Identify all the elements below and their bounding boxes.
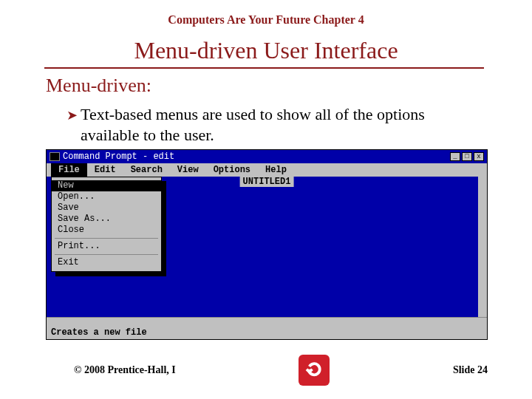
minimize-button[interactable]: _ — [450, 152, 460, 161]
window-title-text: Command Prompt - edit — [63, 151, 174, 162]
menu-view[interactable]: View — [170, 163, 206, 177]
menuitem-new[interactable]: New — [52, 180, 161, 191]
vertical-scrollbar[interactable] — [478, 177, 487, 317]
cmd-app-icon — [50, 152, 60, 161]
slide-number: Slide 24 — [453, 364, 488, 376]
file-dropdown: New Open... Save Save As... Close Print.… — [51, 177, 162, 272]
menu-separator — [55, 254, 158, 255]
horizontal-scrollbar[interactable] — [47, 317, 487, 326]
menuitem-saveas[interactable]: Save As... — [52, 214, 161, 225]
bullet-item: ➤ Text-based menus are used to show all … — [66, 104, 480, 145]
bullet-arrow-icon: ➤ — [66, 107, 78, 123]
editor-body: UNTITLED1 New Open... Save Save As... Cl… — [47, 177, 487, 317]
menu-separator — [55, 238, 158, 239]
book-title: Computers Are Your Future Chapter 4 — [0, 0, 532, 27]
return-icon[interactable] — [299, 355, 330, 386]
menu-edit[interactable]: Edit — [87, 163, 123, 177]
menuitem-close[interactable]: Close — [52, 225, 161, 236]
menuitem-open[interactable]: Open... — [52, 191, 161, 202]
section-subhead: Menu-driven: — [46, 75, 532, 97]
menu-options[interactable]: Options — [206, 163, 258, 177]
menuitem-save[interactable]: Save — [52, 202, 161, 214]
menu-file[interactable]: File — [51, 163, 87, 177]
maximize-button[interactable]: □ — [462, 152, 472, 161]
slide-title: Menu-driven User Interface — [0, 37, 532, 64]
menu-help[interactable]: Help — [258, 163, 294, 177]
bullet-text: Text-based menus are used to show all of… — [81, 104, 480, 145]
menu-search[interactable]: Search — [123, 163, 170, 177]
document-name: UNTITLED1 — [240, 177, 294, 187]
close-button[interactable]: x — [474, 152, 484, 161]
menuitem-exit[interactable]: Exit — [52, 257, 161, 268]
command-prompt-window: Command Prompt - edit _ □ x File Edit Se… — [46, 149, 488, 340]
window-titlebar[interactable]: Command Prompt - edit _ □ x — [47, 150, 487, 163]
slide-footer: © 2008 Prentice-Hall, I Slide 24 — [0, 355, 532, 386]
title-underline — [44, 67, 484, 69]
menubar: File Edit Search View Options Help — [47, 163, 487, 177]
menuitem-print[interactable]: Print... — [52, 241, 161, 252]
status-bar: Creates a new file — [47, 326, 487, 339]
copyright-text: © 2008 Prentice-Hall, I — [74, 364, 176, 376]
